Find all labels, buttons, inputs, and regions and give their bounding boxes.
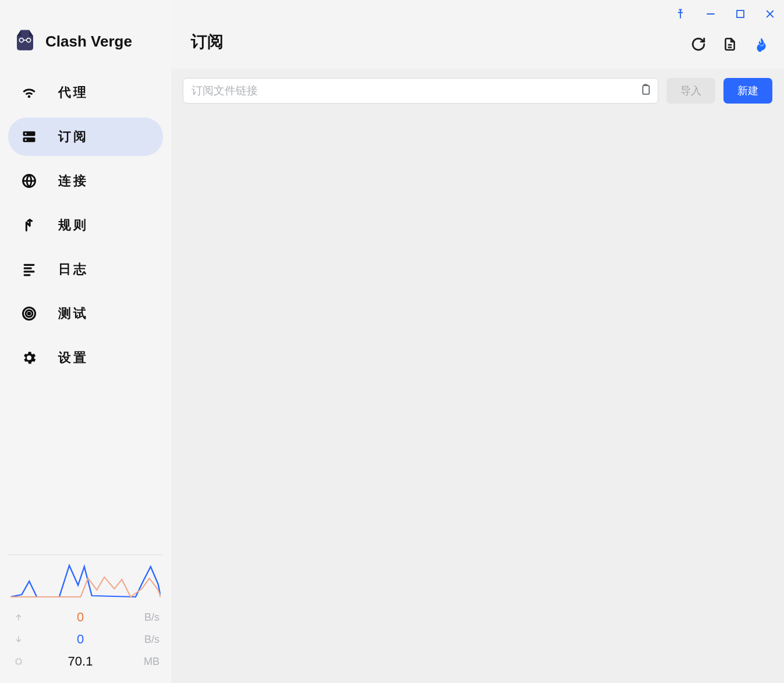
flame-button[interactable] — [754, 37, 769, 54]
main: 订阅 — [171, 0, 784, 683]
pin-icon — [675, 8, 686, 22]
server-icon — [21, 129, 37, 145]
sidebar-item-rules[interactable]: 规则 — [8, 206, 163, 244]
download-value: 0 — [26, 632, 135, 647]
sidebar-item-label: 设置 — [58, 349, 88, 367]
svg-rect-20 — [16, 659, 21, 664]
app-logo-icon — [13, 28, 37, 55]
svg-rect-1 — [737, 10, 744, 17]
svg-point-19 — [28, 312, 30, 315]
import-button[interactable]: 导入 — [666, 78, 715, 104]
flame-icon — [754, 37, 769, 54]
upload-stat: 0 B/s — [10, 606, 161, 628]
clipboard-icon — [639, 90, 652, 98]
sidebar-item-proxy[interactable]: 代理 — [8, 73, 163, 112]
content-area — [171, 113, 784, 683]
svg-rect-13 — [24, 264, 35, 266]
sidebar-item-label: 测试 — [58, 305, 88, 322]
upload-unit: B/s — [135, 611, 159, 624]
route-icon — [21, 217, 37, 233]
sidebar: Clash Verge 代理 订阅 连接 规则 — [0, 0, 171, 683]
svg-rect-14 — [24, 268, 32, 269]
globe-icon — [21, 173, 37, 189]
sidebar-item-settings[interactable]: 设置 — [8, 339, 163, 377]
header-actions — [691, 37, 769, 54]
svg-point-10 — [25, 139, 27, 141]
traffic-panel: 0 B/s 0 B/s 70.1 MB — [8, 554, 163, 683]
file-button[interactable] — [722, 37, 737, 54]
sidebar-item-label: 连接 — [58, 172, 88, 190]
arrow-up-icon — [12, 613, 26, 622]
minimize-button[interactable] — [703, 6, 719, 24]
refresh-icon — [691, 37, 706, 54]
download-stat: 0 B/s — [10, 628, 161, 650]
download-unit: B/s — [135, 634, 159, 646]
sidebar-item-label: 订阅 — [58, 128, 88, 145]
sidebar-item-test[interactable]: 测试 — [8, 294, 163, 333]
memory-value: 70.1 — [26, 654, 135, 669]
svg-rect-15 — [24, 271, 35, 272]
svg-rect-31 — [643, 86, 649, 94]
arrow-down-icon — [12, 635, 26, 644]
memory-stat: 70.1 MB — [10, 650, 161, 673]
close-button[interactable] — [762, 6, 778, 24]
refresh-button[interactable] — [691, 37, 706, 54]
traffic-chart — [10, 561, 161, 599]
sidebar-item-connections[interactable]: 连接 — [8, 162, 163, 200]
target-icon — [21, 305, 37, 322]
logo-row: Clash Verge — [8, 0, 163, 71]
minimize-icon — [705, 8, 716, 22]
app-name: Clash Verge — [45, 33, 132, 51]
sidebar-item-profiles[interactable]: 订阅 — [8, 118, 163, 156]
sidebar-item-label: 日志 — [58, 261, 88, 278]
maximize-icon — [735, 9, 746, 21]
sidebar-item-label: 规则 — [58, 216, 88, 234]
new-button[interactable]: 新建 — [723, 78, 772, 104]
logs-icon — [21, 261, 37, 278]
paste-button[interactable] — [639, 84, 652, 98]
pin-button[interactable] — [672, 6, 689, 24]
svg-point-9 — [25, 133, 27, 134]
sidebar-item-logs[interactable]: 日志 — [8, 250, 163, 289]
chip-icon — [12, 657, 26, 666]
wifi-icon — [21, 84, 37, 101]
file-icon — [722, 37, 737, 54]
page-title: 订阅 — [191, 31, 691, 53]
svg-rect-16 — [24, 274, 31, 276]
subscription-url-wrap — [183, 78, 658, 104]
toolbar: 导入 新建 — [171, 69, 784, 113]
memory-unit: MB — [135, 656, 159, 668]
sidebar-item-label: 代理 — [58, 84, 88, 101]
subscription-url-input[interactable] — [191, 84, 629, 97]
maximize-button[interactable] — [733, 6, 748, 23]
close-icon — [764, 8, 776, 22]
gear-icon — [21, 350, 37, 366]
upload-value: 0 — [26, 610, 135, 625]
nav-list: 代理 订阅 连接 规则 日志 — [8, 73, 163, 377]
